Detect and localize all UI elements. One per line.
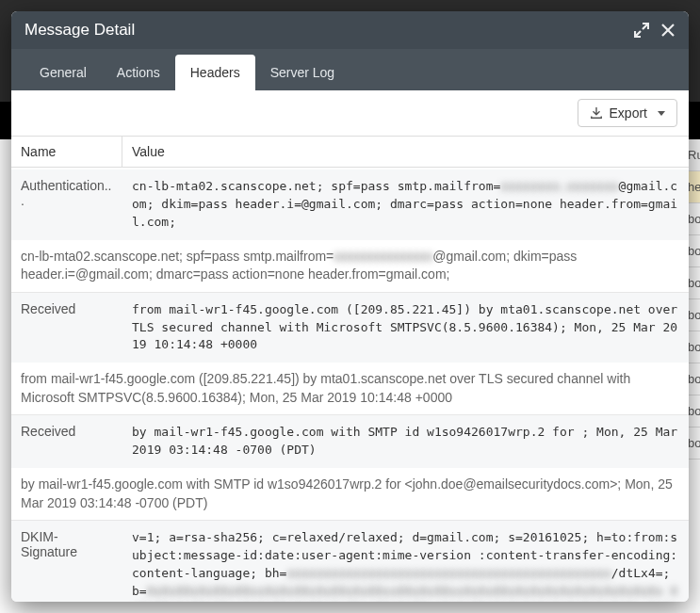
header-caption: cn-lb-mta02.scanscope.net; spf=pass smtp…: [11, 240, 689, 292]
header-value: from mail-wr1-f45.google.com ([209.85.22…: [122, 293, 689, 363]
close-icon[interactable]: [660, 23, 676, 38]
table-header-row: Name Value: [11, 137, 689, 168]
export-button[interactable]: Export: [578, 99, 677, 127]
header-value: cn-lb-mta02.scanscope.net; spf=pass smtp…: [122, 169, 689, 240]
header-caption: by mail-wr1-f45.google.com with SMTP id …: [11, 468, 689, 520]
message-detail-modal: Message Detail GeneralActionsHeadersServ…: [11, 11, 689, 602]
modal-tabs: GeneralActionsHeadersServer Log: [11, 49, 689, 90]
modal-title: Message Detail: [24, 21, 623, 40]
table-row: Authentication...cn-lb-mta02.scanscope.n…: [11, 169, 689, 293]
col-header-name: Name: [11, 137, 122, 167]
header-name: Received: [11, 415, 122, 468]
caret-down-icon: [658, 111, 665, 116]
tab-headers[interactable]: Headers: [175, 55, 255, 90]
header-name: Received: [11, 293, 122, 363]
toolbar: Export: [11, 90, 689, 137]
header-name: Authentication...: [11, 169, 122, 240]
table-body[interactable]: Authentication...cn-lb-mta02.scanscope.n…: [11, 169, 689, 602]
export-label: Export: [610, 105, 647, 121]
tab-actions[interactable]: Actions: [102, 55, 175, 90]
table-row: DKIM-Signaturev=1; a=rsa-sha256; c=relax…: [11, 521, 689, 602]
table-row: Receivedfrom mail-wr1-f45.google.com ([2…: [11, 293, 689, 416]
header-caption: from mail-wr1-f45.google.com ([209.85.22…: [11, 363, 689, 414]
header-name: DKIM-Signature: [11, 521, 122, 602]
tab-server-log[interactable]: Server Log: [255, 55, 350, 90]
col-header-value: Value: [122, 137, 689, 167]
table-row: Receivedby mail-wr1-f45.google.com with …: [11, 415, 689, 521]
download-icon: [590, 106, 603, 120]
header-value: by mail-wr1-f45.google.com with SMTP id …: [122, 415, 689, 468]
tab-general[interactable]: General: [24, 55, 102, 90]
modal-header: Message Detail: [11, 11, 689, 49]
header-value: v=1; a=rsa-sha256; c=relaxed/relaxed; d=…: [122, 521, 689, 602]
headers-table: Name Value Authentication...cn-lb-mta02.…: [11, 137, 689, 602]
expand-icon[interactable]: [634, 23, 649, 38]
